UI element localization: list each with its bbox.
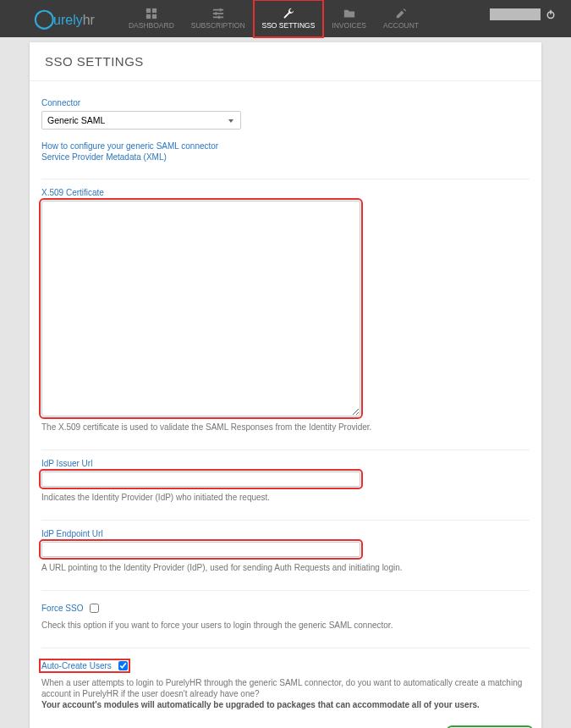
nav-invoices-label: INVOICES (332, 21, 366, 30)
issuer-hint: Indicates the Identity Provider (IdP) wh… (41, 492, 530, 503)
force-sso-hint: Check this option if you want to force y… (41, 620, 530, 631)
endpoint-hint: A URL pointing to the Identity Provider … (41, 562, 530, 573)
nav-account[interactable]: ACCOUNT (375, 0, 427, 37)
nav-sso-label: SSO SETTINGS (262, 21, 316, 30)
edit-icon (394, 8, 408, 19)
nav-account-label: ACCOUNT (383, 21, 419, 30)
connector-section: Connector Generic SAML How to configure … (41, 98, 530, 162)
nav-sso-settings[interactable]: SSO SETTINGS (254, 0, 324, 37)
svg-rect-2 (146, 14, 151, 19)
svg-rect-0 (146, 8, 151, 13)
svg-rect-7 (219, 8, 221, 12)
force-sso-row: Force SSO (41, 604, 99, 613)
topbar-field[interactable] (490, 8, 541, 20)
svg-rect-1 (152, 8, 156, 13)
svg-rect-9 (218, 16, 220, 19)
nav-dashboard-label: DASHBOARD (129, 21, 174, 30)
certificate-hint: The X.509 certificate is used to validat… (41, 422, 530, 433)
certificate-section: X.509 Certificate The X.509 certificate … (41, 179, 530, 433)
page-title: SSO SETTINGS (30, 42, 541, 80)
folder-icon (343, 8, 356, 19)
endpoint-input[interactable] (41, 542, 360, 557)
topbar: ◯ urely hr DASHBOARD SUBSCRIPTION SSO SE… (0, 0, 571, 37)
issuer-section: IdP Issuer Url Indicates the Identity Pr… (41, 449, 530, 503)
sliders-icon (211, 8, 225, 19)
logo-text-prefix: urely (53, 13, 83, 28)
force-sso-checkbox[interactable] (90, 604, 99, 613)
grid-icon (145, 8, 158, 19)
svg-rect-8 (215, 12, 217, 15)
svg-rect-5 (213, 13, 223, 14)
connector-select[interactable]: Generic SAML (41, 111, 241, 130)
issuer-input[interactable] (41, 472, 360, 487)
auto-create-label: Auto-Create Users (41, 661, 112, 670)
logo-mark-icon: ◯ (34, 8, 55, 30)
auto-create-hint: When a user attempts to login to PurelyH… (41, 677, 530, 710)
connector-select-value: Generic SAML (47, 115, 105, 125)
endpoint-label: IdP Endpoint Url (41, 529, 530, 538)
nav-subscription[interactable]: SUBSCRIPTION (183, 0, 254, 37)
page-card: SSO SETTINGS Connector Generic SAML How … (30, 42, 541, 728)
force-sso-label: Force SSO (41, 604, 83, 613)
svg-rect-4 (213, 9, 223, 11)
power-icon[interactable] (546, 9, 556, 19)
main-nav: DASHBOARD SUBSCRIPTION SSO SETTINGS INVO… (120, 0, 427, 37)
issuer-label: IdP Issuer Url (41, 459, 530, 468)
nav-subscription-label: SUBSCRIPTION (191, 21, 245, 30)
endpoint-section: IdP Endpoint Url A URL pointing to the I… (41, 520, 530, 573)
logo[interactable]: ◯ urely hr (34, 8, 95, 30)
auto-create-checkbox[interactable] (118, 661, 128, 670)
svg-rect-11 (550, 10, 552, 14)
page-body: Connector Generic SAML How to configure … (30, 80, 541, 728)
svg-rect-3 (152, 14, 156, 19)
topbar-right (490, 8, 556, 20)
certificate-textarea[interactable] (41, 201, 360, 416)
auto-create-row: Auto-Create Users (41, 661, 128, 670)
connector-help-link[interactable]: How to configure your generic SAML conne… (41, 141, 530, 151)
connector-label: Connector (41, 98, 530, 108)
wrench-icon (282, 8, 295, 19)
nav-invoices[interactable]: INVOICES (323, 0, 375, 37)
auto-create-hint-text: When a user attempts to login to PurelyH… (41, 678, 522, 698)
auto-create-hint-bold: Your account's modules will automaticall… (41, 700, 480, 709)
logo-text-suffix: hr (83, 13, 95, 28)
certificate-label: X.509 Certificate (41, 188, 530, 197)
connector-metadata-link[interactable]: Service Provider Metadata (XML) (41, 152, 530, 162)
force-sso-section: Force SSO Check this option if you want … (41, 590, 530, 631)
auto-create-section: Auto-Create Users When a user attempts t… (41, 648, 530, 710)
nav-dashboard[interactable]: DASHBOARD (120, 0, 183, 37)
